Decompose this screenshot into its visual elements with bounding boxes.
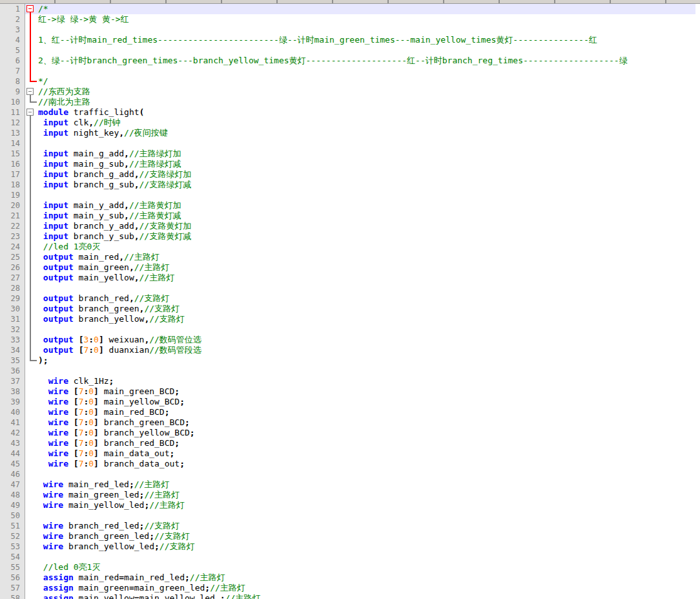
code-text[interactable]: input main_g_sub,//主路绿灯减 — [38, 159, 695, 169]
code-line[interactable]: 11module traffic_light( — [0, 107, 695, 118]
line-number[interactable]: 16 — [0, 159, 25, 169]
code-line[interactable]: 54 — [0, 552, 695, 562]
line-number[interactable]: 26 — [0, 262, 25, 273]
code-line[interactable]: 57 assign main_green=main_green_led;//主路… — [0, 583, 695, 593]
line-number[interactable]: 6 — [0, 56, 25, 66]
code-line[interactable]: 17 input branch_g_add,//支路绿灯加 — [0, 169, 695, 180]
code-line[interactable]: 58 assign main_yellow=main_yellow_led ;/… — [0, 593, 695, 599]
code-text[interactable]: wire main_green_led;//主路灯 — [38, 490, 695, 500]
code-text[interactable]: wire [7:0] main_red_BCD; — [38, 407, 695, 417]
fold-collapse-icon[interactable] — [26, 109, 34, 116]
code-line[interactable]: 42 wire [7:0] branch_yellow_BCD; — [0, 428, 695, 438]
line-number[interactable]: 35 — [0, 355, 25, 366]
code-text[interactable]: assign main_red=main_red_led;//主路灯 — [38, 573, 695, 583]
line-number[interactable]: 5 — [0, 45, 25, 56]
code-text[interactable]: output branch_green,//支路灯 — [38, 304, 695, 314]
code-text[interactable]: /* — [38, 4, 695, 14]
code-line[interactable]: 9//东西为支路 — [0, 87, 695, 97]
code-line[interactable]: 10//南北为主路 — [0, 97, 695, 107]
code-line[interactable]: 23 input branch_y_sub,//支路黄灯减 — [0, 231, 695, 242]
code-line[interactable]: 31 output branch_yellow,//支路灯 — [0, 314, 695, 324]
code-text[interactable]: wire clk_1Hz; — [38, 376, 695, 386]
code-line[interactable]: 49 wire main_yellow_led;//主路灯 — [0, 500, 695, 510]
code-text[interactable]: //led 1亮0灭 — [38, 242, 695, 252]
code-text[interactable]: wire branch_yellow_led;//支路灯 — [38, 541, 695, 552]
code-text[interactable]: wire [7:0] main_data_out; — [38, 448, 695, 459]
line-number[interactable]: 47 — [0, 479, 25, 490]
line-number[interactable]: 45 — [0, 459, 25, 469]
code-line[interactable]: 28 — [0, 283, 695, 293]
code-text[interactable]: output main_yellow,//主路灯 — [38, 273, 695, 283]
line-number[interactable]: 14 — [0, 138, 25, 149]
code-line[interactable]: 20 input main_y_add,//主路黄灯加 — [0, 200, 695, 211]
line-number[interactable]: 54 — [0, 552, 25, 562]
code-text[interactable] — [38, 552, 695, 562]
line-number[interactable]: 2 — [0, 14, 25, 25]
line-number[interactable]: 49 — [0, 500, 25, 510]
code-text[interactable]: assign main_green=main_green_led;//主路灯 — [38, 583, 695, 593]
code-line[interactable]: 21 input main_y_sub,//主路黄灯减 — [0, 211, 695, 221]
code-text[interactable]: input night_key,//夜间按键 — [38, 128, 695, 138]
code-line[interactable]: 1/* — [0, 4, 695, 14]
line-number[interactable]: 46 — [0, 469, 25, 479]
code-text[interactable]: ); — [38, 355, 695, 366]
code-text[interactable]: output branch_yellow,//支路灯 — [38, 314, 695, 324]
code-line[interactable]: 33 output [3:0] weixuan,//数码管位选 — [0, 335, 695, 345]
code-line[interactable]: 12 input clk,//时钟 — [0, 118, 695, 128]
line-number[interactable]: 48 — [0, 490, 25, 500]
line-number[interactable]: 50 — [0, 510, 25, 521]
code-text[interactable]: wire main_yellow_led;//主路灯 — [38, 500, 695, 510]
code-text[interactable]: wire main_red_led;//主路灯 — [38, 479, 695, 490]
code-text[interactable]: input main_y_add,//主路黄灯加 — [38, 200, 695, 211]
line-number[interactable]: 25 — [0, 252, 25, 262]
code-text[interactable] — [38, 324, 695, 335]
code-text[interactable]: //led 0亮1灭 — [38, 562, 695, 573]
line-number[interactable]: 22 — [0, 221, 25, 231]
line-number[interactable]: 17 — [0, 169, 25, 180]
line-number[interactable]: 27 — [0, 273, 25, 283]
line-number[interactable]: 13 — [0, 128, 25, 138]
code-line[interactable]: 24 //led 1亮0灭 — [0, 242, 695, 252]
line-number[interactable]: 21 — [0, 211, 25, 221]
code-line[interactable]: 47 wire main_red_led;//主路灯 — [0, 479, 695, 490]
code-line[interactable]: 14 — [0, 138, 695, 149]
code-line[interactable]: 13 input night_key,//夜间按键 — [0, 128, 695, 138]
line-number[interactable]: 39 — [0, 397, 25, 407]
line-number[interactable]: 43 — [0, 438, 25, 448]
code-line[interactable]: 45 wire [7:0] branch_data_out; — [0, 459, 695, 469]
code-line[interactable]: 15 input main_g_add,//主路绿灯加 — [0, 149, 695, 159]
code-line[interactable]: 34 output [7:0] duanxian//数码管段选 — [0, 345, 695, 355]
line-number[interactable]: 33 — [0, 335, 25, 345]
code-text[interactable] — [38, 510, 695, 521]
line-number[interactable]: 51 — [0, 521, 25, 531]
code-text[interactable]: //南北为主路 — [38, 97, 695, 107]
line-number[interactable]: 10 — [0, 97, 25, 107]
code-line[interactable]: 5 — [0, 45, 695, 56]
line-number[interactable]: 55 — [0, 562, 25, 573]
line-number[interactable]: 1 — [0, 4, 25, 14]
code-text[interactable]: input clk,//时钟 — [38, 118, 695, 128]
line-number[interactable]: 34 — [0, 345, 25, 355]
code-text[interactable]: wire branch_green_led;//支路灯 — [38, 531, 695, 541]
code-line[interactable]: 22 input branch_y_add,//支路黄灯加 — [0, 221, 695, 231]
code-line[interactable]: 16 input main_g_sub,//主路绿灯减 — [0, 159, 695, 169]
line-number[interactable]: 31 — [0, 314, 25, 324]
code-text[interactable]: input main_g_add,//主路绿灯加 — [38, 149, 695, 159]
code-text[interactable] — [38, 366, 695, 376]
code-text[interactable]: module traffic_light( — [38, 107, 695, 118]
line-number[interactable]: 12 — [0, 118, 25, 128]
code-text[interactable]: 红->绿 绿->黄 黄->红 — [38, 14, 695, 25]
line-number[interactable]: 30 — [0, 304, 25, 314]
fold-collapse-icon[interactable] — [26, 5, 34, 12]
code-line[interactable]: 25 output main_red,//主路灯 — [0, 252, 695, 262]
code-text[interactable]: input branch_g_sub,//支路绿灯减 — [38, 180, 695, 190]
code-text[interactable]: 1、红--计时main_red_times-------------------… — [38, 35, 695, 45]
line-number[interactable]: 9 — [0, 87, 25, 97]
code-text[interactable]: wire [7:0] main_green_BCD; — [38, 386, 695, 397]
code-line[interactable]: 7 — [0, 66, 695, 76]
code-line[interactable]: 55 //led 0亮1灭 — [0, 562, 695, 573]
line-number[interactable]: 11 — [0, 107, 25, 118]
code-text[interactable] — [38, 66, 695, 76]
code-line[interactable]: 62、绿--计时branch_green_times---branch_yell… — [0, 56, 695, 66]
code-line[interactable]: 35); — [0, 355, 695, 366]
